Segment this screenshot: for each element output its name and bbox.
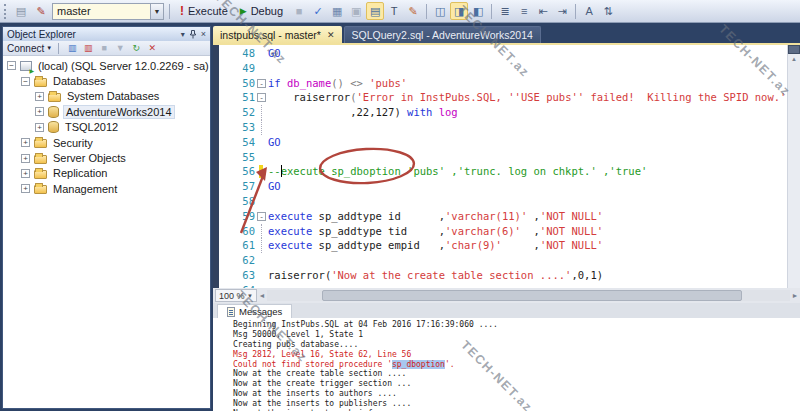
comment-lines-icon[interactable]: ≣	[496, 2, 514, 20]
sidebar-item-replication[interactable]: +Replication	[3, 166, 210, 181]
results-to-text-icon[interactable]: T	[385, 2, 403, 20]
navigate-icon[interactable]: ⇅	[599, 2, 617, 20]
database-combo-value: master	[57, 5, 91, 17]
object-explorer-toolbar: Connect▼ ▥▥■▼↻✕	[3, 41, 210, 56]
intellisense-enabled-icon[interactable]: ▤	[366, 2, 384, 20]
code-line-53: 53	[213, 120, 787, 135]
expand-icon[interactable]: +	[35, 92, 44, 101]
disconnect-server-icon[interactable]: ▥	[81, 42, 95, 55]
code-line-59: 59-execute sp_addtype id ,'varchar(11)' …	[213, 209, 787, 224]
results-to-grid-icon[interactable]: ◫	[431, 2, 449, 20]
change-tracking-bar	[259, 165, 263, 178]
message-line: Creating pubs database....	[233, 340, 800, 350]
outline-guide	[261, 105, 262, 120]
vertical-scrollbar[interactable]: ▲	[787, 45, 800, 288]
scroll-right-icon[interactable]: ►	[790, 292, 800, 299]
expand-icon[interactable]: +	[35, 107, 44, 116]
editor-bottom-bar: 100 % ▼ ◄ ►	[213, 288, 800, 303]
message-line: Now at the create trigger section ...	[233, 379, 800, 389]
pin-icon[interactable]	[189, 30, 197, 39]
debug-button[interactable]: ▶ Debug	[235, 2, 288, 21]
close-icon[interactable]: ✕	[327, 30, 335, 40]
expand-icon[interactable]: +	[21, 138, 30, 147]
code-text: --execute sp_dboption 'pubs' ,'trunc. lo…	[268, 164, 647, 179]
sidebar-item-server[interactable]: −(local) (SQL Server 12.0.2269 - sa)	[3, 58, 210, 73]
splitter-handle[interactable]	[788, 45, 800, 54]
chevron-down-icon[interactable]: ▼	[150, 4, 163, 19]
toolbar-separator	[426, 4, 427, 19]
collapse-region-icon[interactable]: -	[257, 212, 266, 221]
sidebar-item-tsql2012[interactable]: +TSQL2012	[3, 120, 210, 135]
sidebar-item-databases[interactable]: −Databases	[3, 73, 210, 88]
stop-icon[interactable]: ■	[290, 2, 308, 20]
line-number: 49	[221, 61, 255, 76]
zoom-level-select[interactable]: 100 % ▼	[215, 289, 257, 302]
show-estimated-plan-icon[interactable]: ▦	[328, 2, 346, 20]
message-line: Beginning InstPubs.SQL at 04 Feb 2016 17…	[233, 320, 800, 330]
line-number: 51	[221, 90, 255, 105]
code-line-52: 52 ,22,127) with log	[213, 105, 787, 120]
collapse-region-icon[interactable]: -	[257, 93, 266, 102]
code-line-58: 58	[213, 194, 787, 209]
toolbar-separator	[575, 4, 576, 19]
horizontal-scrollbar[interactable]	[267, 290, 790, 301]
horizontal-scrollbar-thumb[interactable]	[322, 290, 742, 301]
connect-button[interactable]: Connect▼	[7, 43, 52, 54]
connect-server-icon[interactable]: ▥	[65, 42, 79, 55]
code-text: GO	[268, 46, 281, 61]
collapse-icon[interactable]: −	[7, 61, 16, 70]
include-actual-plan-icon[interactable]: ◨	[450, 2, 468, 20]
change-connection-icon[interactable]: ✎	[32, 2, 50, 20]
object-explorer-titlebar: Object Explorer ▾ ×	[3, 27, 210, 41]
scroll-left-icon[interactable]: ◄	[257, 292, 267, 299]
code-line-50: 50-if db_name() <> 'pubs'	[213, 76, 787, 91]
stop-icon[interactable]: ■	[97, 42, 111, 55]
filter-icon[interactable]: ▼	[113, 42, 127, 55]
close-icon[interactable]: ×	[201, 29, 206, 39]
decrease-indent-icon[interactable]: ⇤	[534, 2, 552, 20]
database-combo[interactable]: master ▼	[52, 3, 164, 20]
uncomment-lines-icon[interactable]: ≡	[515, 2, 533, 20]
collapse-region-icon[interactable]: -	[257, 79, 266, 88]
tab-document-0[interactable]: instpubs.sql - master*✕	[213, 26, 342, 43]
sidebar-item-management[interactable]: +Management	[3, 181, 210, 196]
tree-item-label: AdventureWorks2014	[63, 105, 175, 119]
refresh-icon[interactable]: ↻	[129, 42, 143, 55]
toolbar-grip[interactable]	[4, 4, 7, 19]
expand-icon[interactable]: +	[21, 154, 30, 163]
increase-indent-icon[interactable]: ⇥	[553, 2, 571, 20]
sort-icon[interactable]: A	[580, 2, 598, 20]
results-tabstrip: Messages	[213, 303, 800, 318]
message-line: Msg 50000, Level 1, State 1	[233, 330, 800, 340]
sidebar-item-system-databases[interactable]: +System Databases	[3, 89, 210, 104]
main-toolbar: ▤✎ master ▼ ! Execute ▶ Debug ■✓▦▣▤T✎◫◨◧…	[0, 0, 800, 23]
execute-button[interactable]: ! Execute	[175, 2, 233, 21]
window-position-icon[interactable]: ▾	[181, 30, 185, 39]
sidebar-item-security[interactable]: +Security	[3, 135, 210, 150]
expand-icon[interactable]: +	[21, 184, 30, 193]
message-line: Now at the inserts to authors ....	[233, 389, 800, 399]
query-options-icon[interactable]: ▣	[347, 2, 365, 20]
folder-icon	[34, 139, 47, 148]
tab-messages[interactable]: Messages	[217, 304, 292, 318]
client-statistics-icon[interactable]: ◧	[469, 2, 487, 20]
sidebar-item-server-objects[interactable]: +Server Objects	[3, 150, 210, 165]
connect-icon[interactable]: ▤	[12, 2, 30, 20]
panel-title: Object Explorer	[7, 29, 76, 40]
debug-icon: ▶	[240, 6, 247, 16]
scroll-up-icon[interactable]: ▲	[788, 54, 800, 64]
messages-output[interactable]: Beginning InstPubs.SQL at 04 Feb 2016 17…	[213, 318, 800, 411]
code-line-61: 61execute sp_addtype empid ,'char(9)' ,'…	[213, 238, 787, 253]
code-editor-surface[interactable]: 48GO4950-if db_name() <> 'pubs'51- raise…	[213, 45, 800, 288]
code-line-51: 51- raiserror('Error in InstPubs.SQL, ''…	[213, 90, 787, 105]
sidebar-item-adventureworks2014[interactable]: +AdventureWorks2014	[3, 104, 210, 119]
parse-icon[interactable]: ✓	[309, 2, 327, 20]
collapse-icon[interactable]: −	[21, 77, 30, 86]
specify-template-values-icon[interactable]: ✎	[404, 2, 422, 20]
folder-icon	[34, 170, 47, 179]
delete-icon[interactable]: ✕	[145, 42, 159, 55]
expand-icon[interactable]: +	[35, 123, 44, 132]
expand-icon[interactable]: +	[21, 169, 30, 178]
toolbar-right-icons: ■✓▦▣▤T✎◫◨◧≣≡⇤⇥A⇅	[290, 2, 617, 20]
tab-document-1[interactable]: SQLQuery2.sql - AdventureWorks2014	[344, 26, 541, 43]
